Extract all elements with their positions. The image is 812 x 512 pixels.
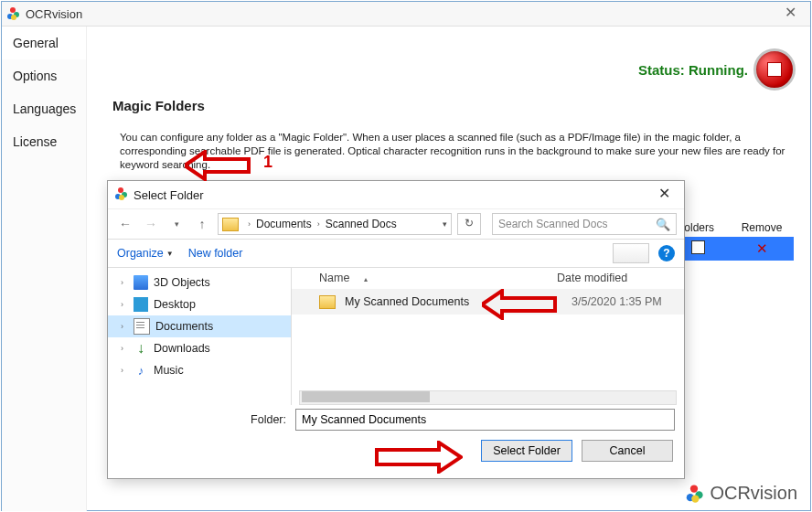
- sidebar-item-options[interactable]: Options: [2, 59, 86, 92]
- tree-label: Music: [154, 364, 184, 377]
- table-row[interactable]: ✕: [666, 237, 794, 261]
- titlebar: OCRvision ✕: [2, 2, 810, 27]
- svg-point-12: [119, 195, 124, 200]
- folder-name-input[interactable]: [295, 409, 675, 431]
- breadcrumb-documents[interactable]: Documents: [256, 218, 312, 230]
- music-icon: ♪: [134, 363, 148, 378]
- folder-icon: [319, 295, 336, 309]
- sidebar-item-license[interactable]: License: [2, 125, 86, 158]
- close-button[interactable]: ✕: [772, 2, 808, 26]
- chevron-icon: ›: [246, 219, 252, 229]
- refresh-button[interactable]: ↻: [457, 213, 481, 235]
- brand-icon: [684, 484, 704, 504]
- app-title: OCRvision: [26, 7, 82, 21]
- tree-label: Desktop: [154, 298, 196, 311]
- downloads-icon: ↓: [134, 341, 148, 356]
- folder-label: Folder:: [108, 413, 295, 426]
- dialog-close-button[interactable]: ✕: [644, 181, 684, 208]
- svg-point-4: [690, 485, 698, 492]
- chevron-right-icon: ›: [121, 344, 128, 353]
- sidebar-item-languages[interactable]: Languages: [2, 92, 86, 125]
- chevron-right-icon: ›: [121, 300, 128, 309]
- dialog-titlebar: Select Folder ✕: [108, 181, 684, 209]
- tree-label: Documents: [155, 320, 213, 333]
- folder-tree: › 3D Objects › Desktop › Documents › ↓: [108, 268, 292, 405]
- horizontal-scrollbar[interactable]: [299, 390, 677, 405]
- nav-forward-button[interactable]: →: [141, 217, 161, 231]
- dialog-title: Select Folder: [134, 188, 204, 202]
- chevron-right-icon: ›: [121, 322, 128, 331]
- section-title: Magic Folders: [112, 98, 205, 113]
- section-description-text: You can configure any folder as a "Magic…: [120, 132, 785, 170]
- brand-text: OCRvision: [710, 483, 797, 504]
- breadcrumb-bar[interactable]: › Documents › Scanned Docs ▾: [218, 213, 452, 235]
- svg-point-3: [11, 15, 16, 20]
- file-name: My Scanned Documents: [345, 295, 572, 308]
- footer-brand: OCRvision: [684, 483, 797, 504]
- svg-point-9: [118, 187, 123, 193]
- desktop-icon: [134, 297, 148, 312]
- file-date: 3/5/2020 1:35 PM: [572, 295, 662, 308]
- tree-label: Downloads: [154, 342, 210, 355]
- scrollbar-thumb[interactable]: [302, 391, 430, 402]
- dialog-nav-bar: ← → ▾ ↑ › Documents › Scanned Docs ▾ ↻ S…: [108, 209, 684, 240]
- sidebar: General Options Languages License: [2, 27, 87, 511]
- file-row-my-scanned-documents[interactable]: My Scanned Documents 3/5/2020 1:35 PM: [292, 289, 684, 315]
- cancel-button[interactable]: Cancel: [582, 440, 673, 462]
- help-icon[interactable]: ?: [658, 245, 675, 261]
- tree-item-downloads[interactable]: › ↓ Downloads: [108, 337, 291, 359]
- chevron-icon: ›: [315, 219, 322, 229]
- tree-item-desktop[interactable]: › Desktop: [108, 293, 291, 315]
- dialog-toolbar: Organize▼ New folder ?: [108, 240, 684, 268]
- select-folder-dialog: Select Folder ✕ ← → ▾ ↑ › Documents › Sc…: [107, 180, 685, 479]
- status-label: Status: Running.: [638, 62, 748, 78]
- chevron-right-icon: ›: [121, 278, 128, 287]
- nav-up-button[interactable]: ↑: [192, 217, 212, 231]
- organize-menu[interactable]: Organize▼: [117, 247, 174, 260]
- nav-back-button[interactable]: ←: [115, 217, 135, 231]
- search-icon: 🔍: [656, 218, 670, 231]
- svg-point-0: [10, 7, 16, 13]
- 3d-objects-icon: [134, 275, 148, 290]
- file-list-pane: Name▴ Date modified My Scanned Documents…: [292, 268, 684, 405]
- nav-history-dropdown[interactable]: ▾: [166, 219, 187, 229]
- tree-item-music[interactable]: › ♪ Music: [108, 359, 291, 381]
- tree-item-3d-objects[interactable]: › 3D Objects: [108, 272, 291, 293]
- documents-icon: [134, 318, 150, 335]
- caret-down-icon: ▼: [166, 250, 174, 258]
- dialog-icon: [113, 187, 128, 204]
- app-icon: [5, 6, 20, 21]
- stop-button[interactable]: [753, 48, 796, 91]
- col-name[interactable]: Name▴: [319, 272, 557, 284]
- breadcrumb-scanned-docs[interactable]: Scanned Docs: [326, 218, 397, 230]
- svg-point-7: [692, 495, 700, 502]
- folder-input-row: Folder:: [108, 405, 684, 434]
- search-input[interactable]: Search Scanned Docs 🔍: [492, 213, 677, 235]
- sidebar-item-general[interactable]: General: [2, 27, 86, 59]
- chevron-down-icon[interactable]: ▾: [443, 219, 451, 229]
- sort-asc-icon: ▴: [364, 275, 368, 283]
- search-placeholder: Search Scanned Docs: [498, 218, 607, 230]
- dialog-button-row: Select Folder Cancel: [108, 434, 684, 471]
- chevron-right-icon: ›: [121, 366, 128, 375]
- select-folder-button[interactable]: Select Folder: [481, 440, 572, 462]
- annotation-1: 1: [263, 153, 272, 172]
- tree-item-documents[interactable]: › Documents: [108, 315, 291, 337]
- col-date[interactable]: Date modified: [557, 272, 684, 284]
- row-remove-icon[interactable]: ✕: [730, 240, 794, 257]
- app-window: OCRvision ✕ General Options Languages Li…: [1, 1, 811, 511]
- view-options-button[interactable]: [613, 243, 649, 263]
- tree-label: 3D Objects: [154, 276, 210, 289]
- folder-icon: [222, 218, 239, 231]
- file-list-header[interactable]: Name▴ Date modified: [292, 268, 684, 289]
- new-folder-button[interactable]: New folder: [188, 247, 243, 260]
